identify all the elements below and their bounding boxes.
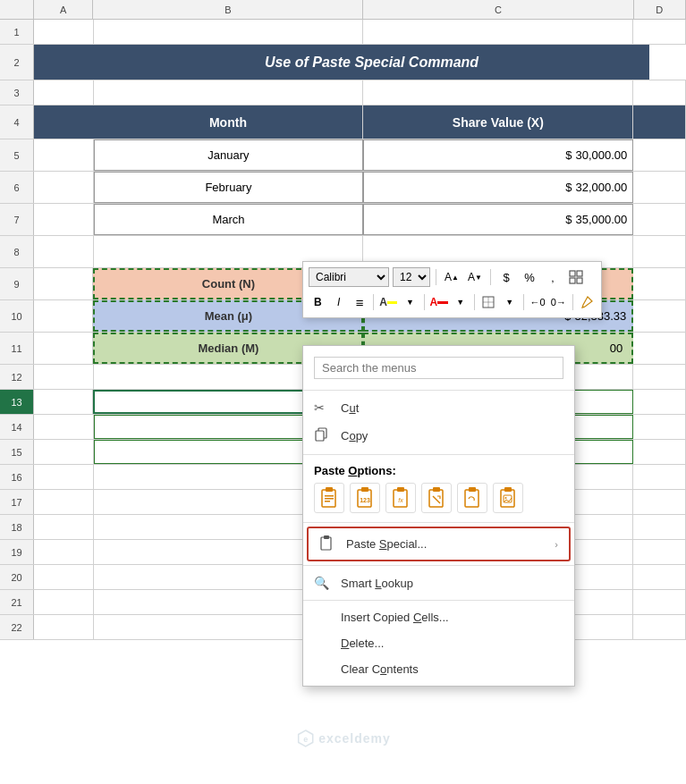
svg-rect-24 bbox=[469, 487, 476, 492]
paste-icon-values[interactable]: 123 bbox=[350, 483, 380, 513]
dec-left-btn[interactable]: ←0 bbox=[529, 292, 546, 312]
context-menu: ✂ Cut Copy Paste Options: bbox=[302, 345, 575, 687]
border-btn[interactable] bbox=[479, 292, 497, 312]
cell-d6[interactable] bbox=[633, 172, 686, 203]
dec-right-btn[interactable]: 0→ bbox=[549, 292, 567, 312]
cell-a9[interactable] bbox=[34, 268, 93, 299]
cell-a5[interactable] bbox=[34, 139, 94, 171]
menu-item-insert-copied[interactable]: Insert Copied Cells... bbox=[303, 604, 574, 630]
cell-b1[interactable] bbox=[94, 20, 364, 44]
cell-d3[interactable] bbox=[633, 80, 686, 105]
separator bbox=[436, 269, 436, 285]
align-btn[interactable]: ≡ bbox=[351, 292, 368, 312]
cell-a2[interactable] bbox=[34, 45, 95, 80]
menu-item-clear-contents[interactable]: Clear Contents bbox=[303, 656, 574, 682]
paste-icon-picture[interactable] bbox=[493, 483, 523, 513]
italic-btn[interactable]: I bbox=[329, 292, 347, 312]
cell-a13[interactable] bbox=[34, 390, 93, 414]
currency-btn[interactable]: $ bbox=[496, 267, 516, 287]
cell-b7[interactable]: March bbox=[94, 204, 364, 235]
table-row: 5 January $ 30,000.00 bbox=[0, 139, 686, 172]
cell-b4-header[interactable]: Month bbox=[94, 105, 364, 139]
menu-item-cut[interactable]: ✂ Cut bbox=[303, 394, 574, 421]
cell-a15[interactable] bbox=[34, 440, 94, 464]
paste-icon-formula[interactable]: fx bbox=[385, 483, 416, 513]
row-num: 6 bbox=[0, 172, 34, 203]
cell-a8[interactable] bbox=[34, 236, 94, 267]
cell-a6[interactable] bbox=[34, 172, 94, 203]
decrease-font-btn[interactable]: A▼ bbox=[465, 267, 485, 287]
font-color-dropdown-btn[interactable]: ▼ bbox=[452, 292, 470, 312]
cell-d8[interactable] bbox=[633, 236, 686, 267]
cell-c5[interactable]: $ 30,000.00 bbox=[363, 139, 633, 171]
smart-lookup-icon: 🔍 bbox=[314, 576, 334, 590]
cell-a7[interactable] bbox=[34, 204, 94, 235]
menu-item-delete[interactable]: Delete... bbox=[303, 630, 574, 656]
grid-btn[interactable] bbox=[566, 267, 586, 287]
table-row: 4 Month Share Value (X) bbox=[0, 105, 686, 139]
svg-rect-3 bbox=[577, 278, 582, 283]
cell-d5[interactable] bbox=[633, 139, 686, 171]
cell-a4[interactable] bbox=[34, 105, 94, 139]
amount-february: 32,000.00 bbox=[575, 181, 627, 194]
search-input[interactable] bbox=[314, 357, 563, 379]
paste-icon-linked[interactable] bbox=[457, 483, 487, 513]
cell-b3[interactable] bbox=[94, 80, 364, 105]
svg-rect-21 bbox=[433, 487, 440, 492]
bold-btn[interactable]: B bbox=[309, 292, 326, 312]
paste-icon-transpose[interactable] bbox=[421, 483, 452, 513]
cell-c4-header[interactable]: Share Value (X) bbox=[363, 105, 633, 139]
size-select[interactable]: 12 bbox=[393, 267, 430, 287]
cell-d7[interactable] bbox=[633, 204, 686, 235]
svg-rect-23 bbox=[465, 490, 479, 507]
cell-b2-title[interactable]: Use of Paste Special Command bbox=[95, 45, 649, 80]
value-january: $ 30,000.00 bbox=[369, 148, 627, 162]
cell-c1[interactable] bbox=[363, 20, 633, 44]
cell-a12[interactable] bbox=[34, 365, 94, 389]
percent-btn[interactable]: % bbox=[520, 267, 539, 287]
row-num: 19 bbox=[0, 540, 34, 564]
highlight-color-btn[interactable]: A bbox=[378, 292, 398, 312]
menu-item-paste-special[interactable]: Paste Special... › bbox=[307, 527, 571, 561]
cell-d12[interactable] bbox=[633, 365, 686, 389]
cell-c7[interactable]: $ 35,000.00 bbox=[363, 204, 633, 235]
cell-b6[interactable]: February bbox=[94, 172, 364, 203]
svg-rect-26 bbox=[504, 487, 512, 492]
format-toolbar: Calibri 12 A▲ A▼ $ % ‚ B I bbox=[302, 261, 602, 318]
cell-d9[interactable] bbox=[633, 268, 686, 299]
border-dropdown-btn[interactable]: ▼ bbox=[500, 292, 518, 312]
cell-d11[interactable] bbox=[633, 333, 686, 364]
cell-c3[interactable] bbox=[363, 80, 633, 105]
row-num: 2 bbox=[0, 45, 34, 80]
paste-special-icon bbox=[319, 535, 339, 553]
menu-item-smart-lookup[interactable]: 🔍 Smart Lookup bbox=[303, 569, 574, 596]
cell-a3[interactable] bbox=[34, 80, 94, 105]
table-row: 6 February $ 32,000.00 bbox=[0, 172, 686, 204]
cell-d13[interactable] bbox=[633, 390, 686, 414]
svg-rect-12 bbox=[325, 498, 334, 500]
comma-btn[interactable]: ‚ bbox=[543, 267, 563, 287]
cell-a11[interactable] bbox=[34, 333, 93, 364]
increase-font-btn[interactable]: A▲ bbox=[442, 267, 462, 287]
cell-c6[interactable]: $ 32,000.00 bbox=[363, 172, 633, 203]
col-header-c: C bbox=[363, 0, 633, 19]
cell-d1[interactable] bbox=[633, 20, 686, 44]
dropdown-btn[interactable]: ▼ bbox=[401, 292, 419, 312]
copy-icon bbox=[314, 427, 334, 444]
menu-item-copy[interactable]: Copy bbox=[303, 421, 574, 451]
paste-icon-clipboard[interactable] bbox=[314, 483, 344, 513]
cell-d4[interactable] bbox=[633, 105, 686, 139]
cell-d14[interactable] bbox=[633, 415, 686, 439]
font-color-btn[interactable]: A bbox=[429, 292, 449, 312]
cell-a14[interactable] bbox=[34, 415, 94, 439]
cell-a1[interactable] bbox=[34, 20, 94, 44]
paste-icons-row: 123 fx bbox=[314, 483, 563, 513]
separator bbox=[474, 294, 475, 310]
font-select[interactable]: Calibri bbox=[309, 267, 389, 287]
cell-b5[interactable]: January bbox=[94, 139, 364, 171]
insert-copied-label: Insert Copied Cells... bbox=[341, 611, 563, 624]
cell-a10[interactable] bbox=[34, 300, 93, 332]
cell-d10[interactable] bbox=[633, 300, 686, 332]
cell-d15[interactable] bbox=[633, 440, 686, 464]
paint-btn[interactable] bbox=[578, 292, 596, 312]
